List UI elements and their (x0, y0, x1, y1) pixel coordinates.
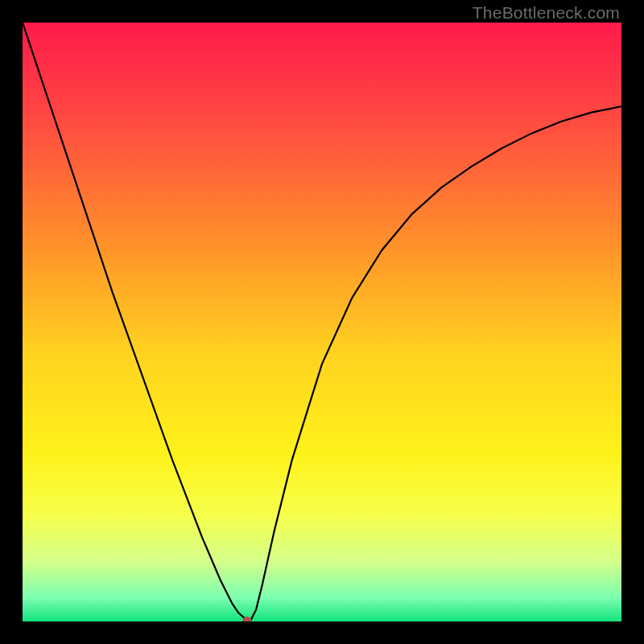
bottleneck-chart (23, 23, 621, 621)
watermark-text: TheBottleneck.com (473, 3, 620, 23)
chart-background (23, 23, 621, 621)
chart-frame (23, 23, 621, 621)
